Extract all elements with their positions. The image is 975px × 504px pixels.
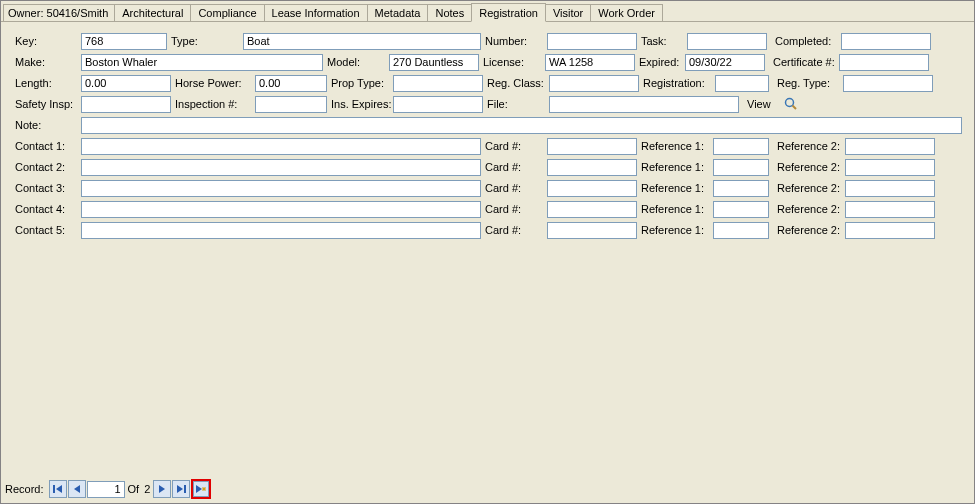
nav-first-button[interactable] [49,480,67,498]
ref1b-field[interactable] [713,159,769,176]
license-field[interactable] [545,54,635,71]
ref1d-label: Reference 1: [637,203,713,215]
ref2d-field[interactable] [845,201,935,218]
record-label: Record: [5,483,44,495]
inspno-field[interactable] [255,96,327,113]
note-field[interactable] [81,117,962,134]
card5-field[interactable] [547,222,637,239]
model-label: Model: [323,56,389,68]
note-label: Note: [15,119,81,131]
contact5-field[interactable] [81,222,481,239]
hp-label: Horse Power: [171,77,255,89]
regtype-field[interactable] [843,75,933,92]
number-label: Number: [481,35,547,47]
nav-last-button[interactable] [172,480,190,498]
file-field[interactable] [549,96,739,113]
form-area: Key: Type: Number: Task: Completed: Make… [1,22,974,246]
length-field[interactable] [81,75,171,92]
tab-bar: Owner: 50416/Smith Architectural Complia… [1,1,974,22]
make-field[interactable] [81,54,323,71]
nav-next-button[interactable] [153,480,171,498]
insexp-field[interactable] [393,96,483,113]
card2-label: Card #: [481,161,547,173]
owner-label: Owner: 50416/Smith [3,4,115,21]
safetyinsp-field[interactable] [81,96,171,113]
ref2d-label: Reference 2: [769,203,845,215]
magnifier-icon[interactable] [783,96,799,112]
record-navigator: Record: Of 2 [5,479,211,499]
card2-field[interactable] [547,159,637,176]
ref2c-label: Reference 2: [769,182,845,194]
card4-label: Card #: [481,203,547,215]
ref2e-field[interactable] [845,222,935,239]
registration-label: Registration: [639,77,715,89]
ref2c-field[interactable] [845,180,935,197]
ref1b-label: Reference 1: [637,161,713,173]
ref1d-field[interactable] [713,201,769,218]
nav-new-button-highlight [191,479,211,499]
proptype-field[interactable] [393,75,483,92]
model-field[interactable] [389,54,479,71]
svg-marker-5 [159,485,165,493]
tab-registration[interactable]: Registration [471,3,546,22]
expired-field[interactable] [685,54,765,71]
insexp-label: Ins. Expires: [327,98,393,110]
card1-field[interactable] [547,138,637,155]
ref1e-field[interactable] [713,222,769,239]
expired-label: Expired: [635,56,685,68]
nav-new-button[interactable] [193,481,209,497]
contact1-label: Contact 1: [15,140,81,152]
nav-prev-button[interactable] [68,480,86,498]
card4-field[interactable] [547,201,637,218]
contact4-label: Contact 4: [15,203,81,215]
contact4-field[interactable] [81,201,481,218]
tab-lease[interactable]: Lease Information [264,4,368,21]
file-label: File: [483,98,549,110]
regclass-field[interactable] [549,75,639,92]
ref1a-label: Reference 1: [637,140,713,152]
task-label: Task: [637,35,687,47]
number-field[interactable] [547,33,637,50]
ref1e-label: Reference 1: [637,224,713,236]
completed-label: Completed: [767,35,841,47]
tab-metadata[interactable]: Metadata [367,4,429,21]
ref2b-label: Reference 2: [769,161,845,173]
regclass-label: Reg. Class: [483,77,549,89]
card1-label: Card #: [481,140,547,152]
tab-visitor[interactable]: Visitor [545,4,591,21]
ref1c-field[interactable] [713,180,769,197]
tab-notes[interactable]: Notes [427,4,472,21]
ref1a-field[interactable] [713,138,769,155]
type-field[interactable] [243,33,481,50]
certificate-field[interactable] [839,54,929,71]
contact2-label: Contact 2: [15,161,81,173]
contact2-field[interactable] [81,159,481,176]
contact3-label: Contact 3: [15,182,81,194]
tab-architectural[interactable]: Architectural [114,4,191,21]
ref2b-field[interactable] [845,159,935,176]
contact1-field[interactable] [81,138,481,155]
card3-field[interactable] [547,180,637,197]
svg-rect-2 [53,485,55,493]
hp-field[interactable] [255,75,327,92]
license-label: License: [479,56,545,68]
svg-point-0 [786,99,794,107]
tab-compliance[interactable]: Compliance [190,4,264,21]
card5-label: Card #: [481,224,547,236]
make-label: Make: [15,56,81,68]
key-field[interactable] [81,33,167,50]
tab-workorder[interactable]: Work Order [590,4,663,21]
contact5-label: Contact 5: [15,224,81,236]
contact3-field[interactable] [81,180,481,197]
task-field[interactable] [687,33,767,50]
ref2a-field[interactable] [845,138,935,155]
svg-line-1 [793,106,797,110]
ref2e-label: Reference 2: [769,224,845,236]
svg-marker-3 [56,485,62,493]
record-of-label: Of [128,483,140,495]
record-current-field[interactable] [87,481,125,498]
registration-field[interactable] [715,75,769,92]
completed-field[interactable] [841,33,931,50]
svg-rect-7 [184,485,186,493]
inspno-label: Inspection #: [171,98,255,110]
